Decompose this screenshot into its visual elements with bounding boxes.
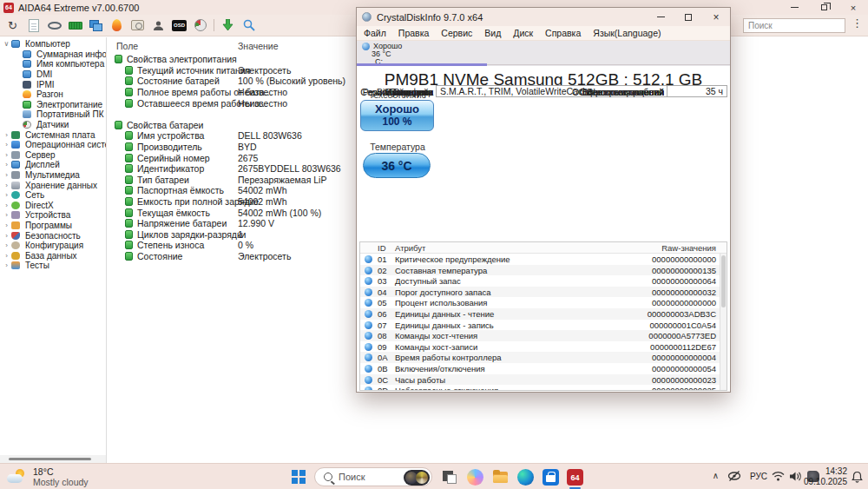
speaker-icon[interactable] (789, 471, 802, 482)
start-button[interactable] (292, 470, 306, 484)
tree-item[interactable]: IPMI (0, 79, 106, 89)
tree-item[interactable]: › Операционная система (0, 140, 106, 150)
expander-arrow-icon[interactable]: › (3, 182, 10, 189)
microsoft-store-button[interactable] (542, 469, 559, 486)
expander-arrow-icon[interactable]: › (3, 211, 10, 219)
user-icon[interactable] (151, 18, 166, 32)
osd-icon[interactable]: OSD (172, 18, 187, 32)
edge-browser-button[interactable] (517, 469, 534, 486)
tree-item[interactable]: ∨ Компьютер (0, 39, 106, 50)
kebab-menu-icon[interactable]: ⋮ (852, 17, 863, 30)
menu-item[interactable]: Справка (545, 28, 581, 38)
minimize-button[interactable] (779, 0, 809, 15)
eye-slash-icon[interactable] (727, 470, 741, 482)
tree-item[interactable]: › DirectX (0, 201, 106, 211)
expander-arrow-icon[interactable]: › (3, 191, 10, 199)
drive-selector-band[interactable]: Хорошо 36 °C C: (357, 41, 730, 66)
refresh-icon[interactable]: ↻ (5, 18, 20, 32)
chevron-up-icon[interactable]: ∧ (713, 471, 719, 480)
memory-icon[interactable] (68, 18, 82, 32)
health-status-button[interactable]: Хорошо 100 % (360, 100, 434, 131)
scrollbar-thumb[interactable] (9, 458, 91, 460)
smart-row[interactable]: 0A Время работы контроллера 000000000000… (360, 352, 720, 363)
notification-bell-icon[interactable] (852, 471, 863, 483)
remote-computers-icon[interactable] (89, 18, 103, 32)
menu-item[interactable]: Язык(Language) (593, 28, 661, 38)
smart-row[interactable]: 0B Включения/отключения 00000000000054 (360, 363, 720, 374)
expander-arrow-icon[interactable]: › (3, 141, 10, 149)
expander-arrow-icon[interactable]: › (3, 241, 10, 249)
tree-item[interactable]: › Устройства (0, 210, 106, 221)
close-button[interactable]: × (838, 0, 868, 15)
smart-row[interactable]: 01 Критическое предупреждение 0000000000… (360, 254, 720, 265)
language-indicator[interactable]: РУС (750, 472, 767, 481)
wifi-icon[interactable] (772, 471, 785, 481)
expander-arrow-icon[interactable]: › (3, 221, 10, 229)
maximize-button[interactable] (674, 8, 702, 26)
tree-item[interactable]: › Системная плата (0, 129, 106, 140)
sensor-gauge-icon[interactable] (193, 18, 207, 32)
weather-widget[interactable]: 18°C Mostly cloudy (7, 466, 89, 487)
expander-arrow-icon[interactable]: › (3, 131, 10, 139)
tree-item[interactable]: › Хранение данных (0, 180, 106, 190)
report-icon[interactable] (26, 18, 41, 32)
tree-item[interactable]: › Мультимедиа (0, 170, 106, 181)
menu-item[interactable]: Сервис (441, 28, 472, 38)
task-view-button[interactable] (441, 469, 457, 486)
menu-item[interactable]: Вид (484, 28, 501, 38)
aida64-taskbar-button[interactable]: 64 (567, 469, 583, 486)
expander-arrow-icon[interactable]: › (3, 161, 10, 169)
tree-item[interactable]: › Конфигурация (0, 241, 106, 251)
restore-button[interactable] (809, 0, 838, 15)
expander-arrow-icon[interactable]: › (3, 151, 10, 159)
tree-item[interactable]: › Безопасность (0, 230, 106, 241)
temperature-badge[interactable]: 36 °C (363, 153, 431, 178)
smart-row[interactable]: 0C Часы работы 00000000000023 (360, 374, 720, 386)
menu-item[interactable]: Правка (398, 28, 429, 38)
tree-item[interactable]: Портативный ПК (0, 109, 106, 120)
smart-row[interactable]: 07 Единицы данных - запись 000000001C0A5… (360, 320, 720, 331)
expander-arrow-icon[interactable]: › (3, 261, 10, 269)
screenshot-icon[interactable] (130, 18, 145, 32)
scrollbar-thumb[interactable] (721, 255, 726, 307)
search-highlight-badge[interactable] (404, 470, 430, 486)
cpuid-icon[interactable] (47, 18, 62, 32)
expander-arrow-icon[interactable]: › (3, 232, 10, 240)
tree-item[interactable]: Разгон (0, 89, 106, 100)
smart-row[interactable]: 02 Составная температура 00000000000135 (360, 265, 720, 276)
copilot-button[interactable] (467, 469, 483, 486)
tree-item[interactable]: › База данных (0, 250, 106, 261)
tree-item[interactable]: › Сервер (0, 150, 106, 161)
taskbar-search-box[interactable]: Поиск (314, 467, 432, 486)
minimize-button[interactable] (647, 8, 674, 26)
tree-item[interactable]: Датчики (0, 120, 106, 130)
tree-item[interactable]: › Сеть (0, 190, 106, 201)
tree-item[interactable]: Электропитание (0, 100, 106, 110)
close-button[interactable]: × (702, 8, 730, 26)
smart-row[interactable]: 08 Команды хост-чтения 0000000A5773ED (360, 330, 720, 341)
smart-row[interactable]: 04 Порог доступного запаса 0000000000003… (360, 287, 720, 298)
expander-arrow-icon[interactable]: › (3, 171, 10, 179)
search-icon[interactable] (241, 18, 256, 32)
tree-item[interactable]: › Дисплей (0, 160, 106, 170)
tree-item[interactable]: › Программы (0, 221, 106, 231)
menu-item[interactable]: Файл (364, 28, 386, 38)
clock-widget[interactable]: 14:32 09.10.2025 (804, 466, 847, 487)
file-explorer-button[interactable] (492, 469, 509, 486)
expander-arrow-icon[interactable]: ∨ (3, 40, 10, 48)
smart-row[interactable]: 09 Команды хост-записи 0000000112DE67 (360, 341, 720, 353)
overclock-flame-icon[interactable] (109, 18, 124, 32)
smart-row[interactable]: 0D Небезопасные отключения 0000000000002… (360, 385, 720, 390)
smart-vertical-scrollbar[interactable] (720, 254, 727, 390)
cdi-titlebar[interactable]: CrystalDiskInfo 9.7.0 x64 × (357, 8, 730, 26)
expander-arrow-icon[interactable]: › (3, 202, 10, 209)
aida64-search-input[interactable] (743, 18, 845, 33)
tree-item[interactable]: Суммарная информация (0, 50, 106, 60)
tree-item[interactable]: › Тесты (0, 261, 106, 271)
tree-item[interactable]: Имя компьютера (0, 59, 106, 69)
tree-item[interactable]: DMI (0, 69, 106, 80)
smart-row[interactable]: 03 Доступный запас 00000000000064 (360, 275, 720, 287)
update-download-icon[interactable] (220, 18, 235, 32)
expander-arrow-icon[interactable]: › (3, 252, 10, 260)
smart-row[interactable]: 05 Процент использования 00000000000000 (360, 297, 720, 308)
